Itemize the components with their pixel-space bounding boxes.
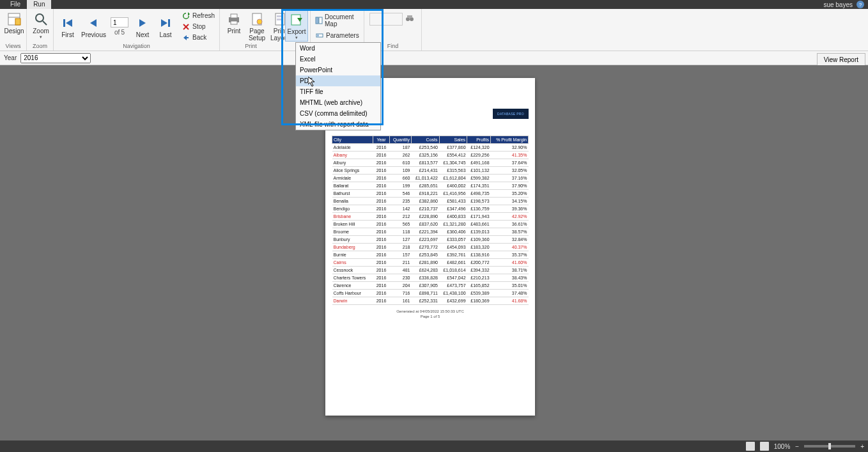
zoom-in-button[interactable]: + (860, 443, 864, 450)
svg-rect-17 (231, 21, 237, 24)
svg-marker-11 (188, 12, 190, 16)
table-row: Bathurst2016546£918,221£1,416,956£498,73… (332, 190, 529, 198)
svg-rect-31 (407, 15, 412, 18)
col-3: Costs (412, 136, 440, 144)
table-row: Albury2016610£813,577£1,304,745£491,1683… (332, 159, 529, 167)
svg-rect-25 (316, 17, 318, 24)
svg-point-19 (257, 19, 262, 24)
svg-rect-26 (319, 17, 322, 24)
nav-next-button[interactable]: Next (131, 14, 154, 40)
document-map-button[interactable]: Document Map (313, 13, 361, 28)
table-row: Bundaberg2016218£270,772£454,093£183,320… (332, 244, 529, 251)
zoom-slider[interactable] (804, 445, 855, 448)
table-row: Coffs Harbour2016716£898,711£1,438,100£5… (332, 290, 529, 297)
table-row: Benalla2016235£382,860£581,433£198,57334… (332, 198, 529, 205)
col-2: Quantity (390, 136, 412, 144)
back-button[interactable]: Back (180, 33, 217, 43)
first-icon (60, 15, 75, 31)
design-button[interactable]: Design (3, 10, 26, 36)
table-row: Cessnock2016481£624,283£1,018,614£394,33… (332, 267, 529, 274)
table-row: Charters Towers2016230£336,828£547,042£2… (332, 274, 529, 282)
binoculars-icon (405, 14, 414, 23)
page-setup-button[interactable]: Page Setup (245, 10, 268, 43)
table-row: Clarence2016204£307,905£473,757£165,8523… (332, 282, 529, 290)
find-input[interactable] (369, 13, 403, 26)
footer-page: Page 1 of 5 (332, 314, 529, 319)
group-label-navigation: Navigation (56, 43, 217, 51)
refresh-button[interactable]: Refresh (180, 11, 217, 21)
nav-first-button[interactable]: First (56, 14, 79, 40)
svg-marker-8 (139, 19, 146, 27)
refresh-icon (182, 12, 190, 20)
table-row: Broome2016118£221,394£360,406£139,01338.… (332, 228, 529, 236)
print-icon (226, 12, 242, 27)
app-tabs: File Run (4, 0, 51, 9)
title-bar: File Run sue bayes ? (0, 0, 868, 9)
nav-page-box: of 5 (108, 16, 131, 37)
export-icon (289, 12, 304, 27)
table-row: Brisbane2016212£228,890£400,833£171,9434… (332, 213, 529, 221)
col-4: Sales (439, 136, 467, 144)
page-setup-icon (249, 12, 265, 27)
export-menu-item-word[interactable]: Word (296, 43, 380, 54)
svg-rect-2 (15, 19, 20, 25)
parameters-button[interactable]: Parameters (313, 30, 361, 40)
svg-rect-5 (63, 19, 65, 27)
svg-marker-6 (66, 19, 72, 27)
param-year-label: Year (4, 54, 17, 61)
table-row: Cairns2016211£281,890£482,661£200,77241.… (332, 259, 529, 267)
table-row: Bendigo2016142£210,737£347,496£136,75939… (332, 205, 529, 213)
nav-previous-button[interactable]: Previous (79, 14, 108, 40)
param-year-select[interactable]: 2016 (20, 53, 91, 63)
zoom-percent: 100% (774, 443, 791, 450)
last-icon (158, 15, 173, 31)
col-6: % Profit Margin (491, 136, 529, 144)
col-0: City (332, 136, 373, 144)
group-label-views: Views (3, 43, 24, 51)
stop-button[interactable]: Stop (180, 22, 217, 32)
find-button[interactable] (404, 13, 415, 24)
export-menu: WordExcelPowerPointPDFTIFF fileMHTML (we… (295, 42, 381, 130)
export-menu-item-tiff-file[interactable]: TIFF file (296, 86, 380, 97)
export-menu-item-csv-comma-delimited-[interactable]: CSV (comma delimited) (296, 108, 380, 119)
ribbon: Design Views Zoom ▾ Zoom First Pr (0, 9, 868, 51)
table-row: Armidale2016660£1,013,422£1,612,804£599,… (332, 175, 529, 182)
export-menu-item-pdf[interactable]: PDF (296, 75, 380, 86)
col-1: Year (373, 136, 390, 144)
print-button[interactable]: Print (222, 10, 245, 36)
export-menu-item-mhtml-web-archive-[interactable]: MHTML (web archive) (296, 97, 380, 108)
help-icon[interactable]: ? (856, 1, 864, 8)
export-menu-item-xml-file-with-report-data[interactable]: XML file with report data (296, 119, 380, 130)
svg-marker-7 (90, 19, 97, 27)
stop-icon (182, 22, 190, 31)
report-canvas[interactable]: DATABASE PRO CityYearQuantityCostsSalesP… (0, 65, 868, 440)
svg-point-3 (36, 14, 43, 22)
design-icon (6, 12, 22, 27)
group-label-print: Print (222, 43, 279, 51)
tab-run[interactable]: Run (27, 0, 51, 9)
export-button[interactable]: Export ▾ (285, 10, 308, 42)
report-table: CityYearQuantityCostsSalesProfits% Profi… (332, 136, 529, 305)
nav-last-button[interactable]: Last (154, 14, 177, 40)
export-menu-item-powerpoint[interactable]: PowerPoint (296, 65, 380, 75)
export-menu-item-excel[interactable]: Excel (296, 54, 380, 65)
table-row: Alice Springs2016109£214,431£315,563£101… (332, 167, 529, 175)
table-row: Ballarat2016199£285,651£460,002£174,3513… (332, 182, 529, 190)
document-map-icon (315, 16, 323, 25)
parameters-icon (315, 31, 324, 40)
zoom-button[interactable]: Zoom ▾ (29, 10, 52, 40)
page-total: 5 (121, 29, 125, 36)
current-page-input[interactable] (111, 17, 128, 27)
back-icon (182, 33, 190, 42)
view-mode-icon-2[interactable] (760, 442, 769, 451)
zoom-out-button[interactable]: − (795, 443, 799, 450)
table-row: Broken Hill2016565£837,620£1,321,280£483… (332, 221, 529, 228)
footer-generated: Generated at 04/05/2022 15:50:33 UTC (332, 309, 529, 314)
table-row: Albany2016262£325,156£554,412£229,25641.… (332, 152, 529, 159)
table-row: Darwin2016161£252,331£432,699£180,36941.… (332, 297, 529, 305)
table-row: Bunbury2016127£223,697£333,057£109,36032… (332, 236, 529, 244)
view-mode-icon-1[interactable] (746, 442, 755, 451)
view-report-button[interactable]: View Report (817, 53, 865, 66)
svg-line-4 (43, 21, 47, 25)
tab-file[interactable]: File (4, 0, 27, 9)
